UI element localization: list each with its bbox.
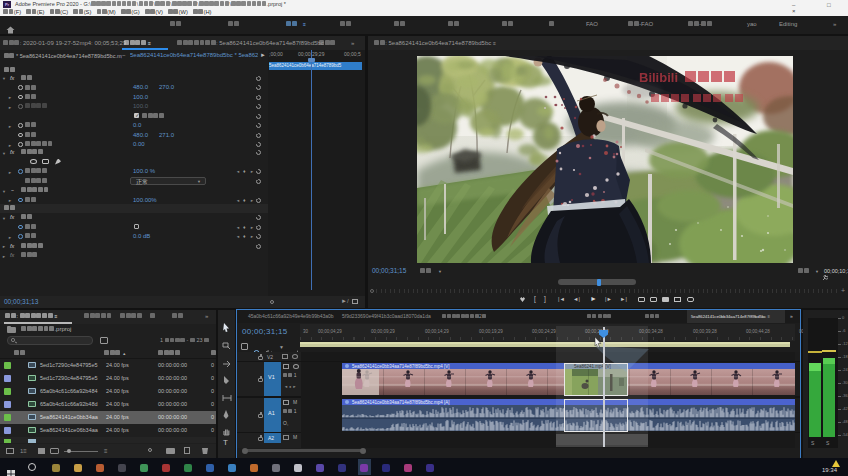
svg-text:5ea8624141ce0bb34aa714e87f89bd: 5ea8624141ce0bb34aa714e87f89bd5bc.mp4 [V…	[352, 364, 450, 369]
svg-text:5ea8624141ce0bb34aa714e87f89bd: 5ea8624141ce0bb34aa714e87f89bd5bc.mp4 [A…	[352, 400, 450, 405]
svg-text:Bilibili: Bilibili	[639, 70, 678, 85]
